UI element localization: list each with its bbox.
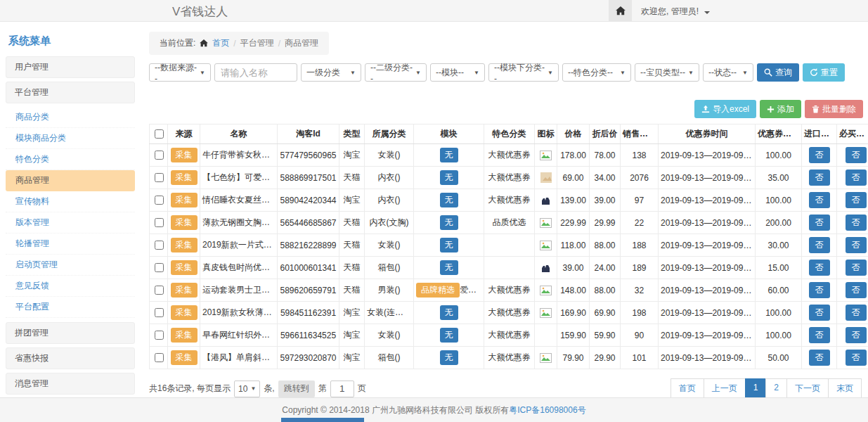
cell-checkbox[interactable] bbox=[150, 167, 168, 189]
page-size-select[interactable]: 10 ▼ bbox=[234, 381, 260, 397]
sidebar-item[interactable]: 省惠快报 bbox=[6, 347, 135, 369]
cell-import-select: 否 bbox=[802, 144, 837, 167]
column-header-checkbox[interactable] bbox=[150, 124, 168, 144]
page-number-input[interactable] bbox=[330, 381, 354, 397]
import-select-toggle[interactable]: 否 bbox=[809, 192, 830, 208]
pager-button[interactable]: 末页 bbox=[828, 378, 862, 399]
add-button[interactable]: 添加 bbox=[760, 100, 801, 118]
filter-select-item-type[interactable]: --宝贝类型--▼ bbox=[635, 63, 699, 82]
must-buy-toggle[interactable]: 否 bbox=[846, 237, 867, 253]
select-all-checkbox[interactable] bbox=[155, 129, 164, 139]
must-buy-toggle[interactable]: 否 bbox=[846, 170, 867, 186]
row-checkbox[interactable] bbox=[155, 263, 164, 272]
row-checkbox[interactable] bbox=[155, 173, 164, 182]
cell-coupon-time: 2019-09-13—2019-09-19 bbox=[659, 234, 756, 257]
sidebar-item-platform-management[interactable]: 平台管理 bbox=[6, 82, 135, 103]
sidebar-subitem-link[interactable]: 启动页管理 bbox=[6, 255, 135, 276]
must-buy-toggle[interactable]: 否 bbox=[846, 260, 867, 276]
row-checkbox[interactable] bbox=[155, 241, 164, 250]
sidebar-subitem-link[interactable]: 模块商品分类 bbox=[6, 128, 135, 149]
cell-checkbox[interactable] bbox=[150, 212, 168, 234]
jump-to-button[interactable]: 跳转到 bbox=[278, 381, 315, 397]
reset-button[interactable]: 重置 bbox=[803, 63, 845, 82]
must-buy-toggle[interactable]: 否 bbox=[846, 192, 867, 208]
row-checkbox[interactable] bbox=[155, 151, 164, 160]
row-checkbox[interactable] bbox=[155, 353, 164, 362]
sidebar-item[interactable]: 拼团管理 bbox=[6, 322, 135, 344]
column-header: 优惠券金额 bbox=[756, 124, 802, 144]
cell-import-select: 否 bbox=[802, 347, 837, 369]
sidebar-subitem-link[interactable]: 平台配置 bbox=[6, 297, 135, 318]
cell-must-buy: 否 bbox=[837, 257, 868, 279]
sidebar-subitem-link[interactable]: 商品分类 bbox=[6, 107, 135, 128]
import-select-toggle[interactable]: 否 bbox=[809, 327, 830, 343]
column-header: 来源 bbox=[168, 124, 200, 144]
cell-module: 无 bbox=[414, 212, 484, 234]
filter-select-feature-category[interactable]: --特色分类--▼ bbox=[562, 63, 631, 82]
home-button[interactable] bbox=[609, 0, 632, 21]
sidebar-subitem-link[interactable]: 特色分类 bbox=[6, 149, 135, 170]
filter-select-level1-category[interactable]: 一级分类▼ bbox=[301, 63, 361, 82]
filter-select-module[interactable]: --模块--▼ bbox=[430, 63, 485, 82]
must-buy-toggle[interactable]: 否 bbox=[846, 282, 867, 298]
sidebar-subitem-link[interactable]: 轮播管理 bbox=[6, 234, 135, 255]
filter-select-data-source[interactable]: --数据来源--▼ bbox=[149, 63, 211, 82]
cell-checkbox[interactable] bbox=[150, 324, 168, 347]
row-checkbox[interactable] bbox=[155, 331, 164, 340]
source-badge: 采集 bbox=[171, 170, 197, 185]
search-button[interactable]: 查询 bbox=[757, 63, 799, 82]
pager-button[interactable]: 1 bbox=[745, 378, 767, 399]
import-excel-button[interactable]: 导入excel bbox=[694, 100, 756, 118]
breadcrumb-home-link[interactable]: 首页 bbox=[212, 37, 229, 49]
sidebar-item-user-management[interactable]: 用户管理 bbox=[6, 56, 135, 78]
import-select-toggle[interactable]: 否 bbox=[809, 147, 830, 163]
source-badge: 采集 bbox=[171, 238, 197, 252]
import-select-toggle[interactable]: 否 bbox=[809, 350, 830, 366]
pager-button[interactable]: 首页 bbox=[671, 378, 704, 399]
must-buy-toggle[interactable]: 否 bbox=[846, 215, 867, 231]
row-checkbox[interactable] bbox=[155, 286, 164, 295]
cell-type: 淘宝 bbox=[339, 189, 365, 212]
cell-source: 采集 bbox=[168, 144, 200, 167]
import-select-toggle[interactable]: 否 bbox=[809, 305, 830, 321]
icp-link[interactable]: 粤ICP备16098006号 bbox=[509, 405, 585, 415]
pager-button[interactable]: 下一页 bbox=[786, 378, 829, 399]
must-buy-toggle[interactable]: 否 bbox=[846, 350, 867, 366]
horizontal-scrollbar-thumb[interactable] bbox=[281, 418, 364, 422]
import-select-toggle[interactable]: 否 bbox=[809, 260, 830, 276]
sidebar-subitem-link[interactable]: 版本管理 bbox=[6, 212, 135, 234]
cell-checkbox[interactable] bbox=[150, 144, 168, 167]
row-checkbox[interactable] bbox=[155, 196, 164, 205]
row-checkbox[interactable] bbox=[155, 308, 164, 317]
sidebar-subitem-link[interactable]: 意见反馈 bbox=[6, 276, 135, 297]
import-select-toggle[interactable]: 否 bbox=[809, 282, 830, 298]
table-row: 采集真皮钱包时尚优雅女士...601000601341天猫箱包()无39.002… bbox=[150, 257, 868, 279]
cell-checkbox[interactable] bbox=[150, 279, 168, 302]
filter-select-status[interactable]: --状态--▼ bbox=[703, 63, 753, 82]
must-buy-toggle[interactable]: 否 bbox=[846, 327, 867, 343]
cell-taoke-id: 577479560965 bbox=[278, 144, 339, 167]
cell-checkbox[interactable] bbox=[150, 257, 168, 279]
cell-checkbox[interactable] bbox=[150, 234, 168, 257]
batch-delete-button[interactable]: 批量删除 bbox=[805, 100, 863, 118]
sidebar-subitem-active[interactable]: 商品管理 bbox=[6, 170, 135, 191]
cell-checkbox[interactable] bbox=[150, 347, 168, 369]
import-select-toggle[interactable]: 否 bbox=[809, 215, 830, 231]
pager-button[interactable]: 2 bbox=[765, 378, 787, 399]
sidebar-item[interactable]: 消息管理 bbox=[6, 373, 135, 395]
must-buy-toggle[interactable]: 否 bbox=[846, 305, 867, 321]
row-checkbox[interactable] bbox=[155, 218, 164, 227]
name-search-input[interactable] bbox=[214, 63, 297, 82]
import-select-toggle[interactable]: 否 bbox=[809, 170, 830, 186]
cell-coupon-time: 2019-09-13—2019-09-18 bbox=[659, 167, 756, 189]
filter-select-level2-category[interactable]: --二级分类--▼ bbox=[365, 63, 427, 82]
cell-checkbox[interactable] bbox=[150, 302, 168, 324]
must-buy-toggle[interactable]: 否 bbox=[846, 147, 867, 163]
user-menu[interactable]: 欢迎您, 管理员! bbox=[641, 6, 710, 18]
filter-select-module-subcategory[interactable]: --模块下分类--▼ bbox=[488, 63, 559, 82]
cell-checkbox[interactable] bbox=[150, 189, 168, 212]
import-select-toggle[interactable]: 否 bbox=[809, 237, 830, 253]
cell-name: 早春网红针织外套女春... bbox=[200, 324, 278, 347]
sidebar-subitem-link[interactable]: 宣传物料 bbox=[6, 191, 135, 212]
pager-button[interactable]: 上一页 bbox=[704, 378, 746, 399]
